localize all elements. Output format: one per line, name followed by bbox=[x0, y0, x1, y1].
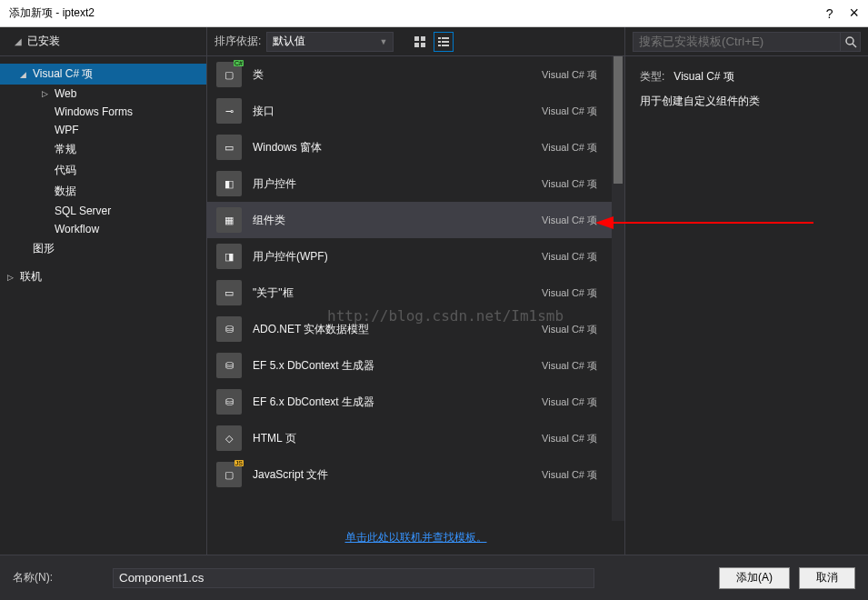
tree-item-label: 数据 bbox=[55, 184, 76, 199]
template-item[interactable]: ▭"关于"框Visual C# 项 bbox=[207, 275, 612, 311]
tree-item-web[interactable]: ▷Web bbox=[0, 85, 206, 103]
sidebar: ◢Visual C# 项▷WebWindows FormsWPF常规代码数据SQ… bbox=[0, 56, 207, 555]
cancel-button[interactable]: 取消 bbox=[799, 567, 855, 589]
template-item[interactable]: ◇HTML 页Visual C# 项 bbox=[207, 420, 612, 456]
template-item[interactable]: ⛁EF 6.x DbContext 生成器Visual C# 项 bbox=[207, 384, 612, 420]
template-item[interactable]: ▭Windows 窗体Visual C# 项 bbox=[207, 129, 612, 165]
template-item[interactable]: ◨用户控件(WPF)Visual C# 项 bbox=[207, 238, 612, 275]
template-name: 用户控件(WPF) bbox=[253, 249, 542, 265]
template-item[interactable]: ▦组件类Visual C# 项 bbox=[207, 202, 612, 238]
template-lang: Visual C# 项 bbox=[542, 68, 597, 82]
template-icon: ▢C# bbox=[216, 62, 242, 87]
template-item[interactable]: ⊸接口Visual C# 项 bbox=[207, 93, 612, 129]
template-item[interactable]: ⛁ADO.NET 实体数据模型Visual C# 项 bbox=[207, 311, 612, 347]
tree-item-label: Windows Forms bbox=[55, 105, 133, 118]
template-icon: ⛁ bbox=[216, 389, 242, 415]
template-item[interactable]: ▢C#类Visual C# 项 bbox=[207, 56, 612, 93]
template-name: JavaScript 文件 bbox=[253, 467, 542, 483]
svg-rect-1 bbox=[421, 36, 425, 41]
installed-tab-label: 已安装 bbox=[27, 34, 60, 49]
search-icon[interactable] bbox=[841, 32, 861, 52]
installed-tab[interactable]: ◢ 已安装 bbox=[0, 27, 207, 55]
tree-caret-icon: ▷ bbox=[7, 273, 16, 282]
tree-item-label: Visual C# 项 bbox=[33, 66, 93, 82]
sort-value: 默认值 bbox=[273, 34, 305, 49]
tree-item--[interactable]: 代码 bbox=[0, 160, 206, 181]
name-label: 名称(N): bbox=[13, 570, 104, 585]
online-templates-link[interactable]: 单击此处以联机并查找模板。 bbox=[345, 531, 487, 544]
tree-item--[interactable]: 图形 bbox=[0, 238, 206, 259]
tree-item-label: 联机 bbox=[20, 269, 42, 285]
tree-caret-icon: ▷ bbox=[42, 89, 51, 98]
scrollbar[interactable] bbox=[612, 56, 624, 521]
template-lang: Visual C# 项 bbox=[542, 141, 597, 155]
tree-item-label: Workflow bbox=[55, 223, 99, 235]
template-name: ADO.NET 实体数据模型 bbox=[253, 322, 542, 337]
help-button[interactable]: ? bbox=[826, 6, 833, 21]
template-icon: ▭ bbox=[216, 280, 242, 305]
tree-item-wpf[interactable]: WPF bbox=[0, 121, 206, 139]
svg-rect-3 bbox=[421, 43, 425, 47]
template-name: 组件类 bbox=[253, 213, 542, 228]
tree-item-label: 图形 bbox=[33, 241, 55, 256]
svg-line-11 bbox=[853, 44, 856, 47]
add-button[interactable]: 添加(A) bbox=[719, 567, 790, 589]
type-value: Visual C# 项 bbox=[673, 69, 733, 85]
tree-caret-icon: ◢ bbox=[20, 70, 29, 79]
tree-item-visual-c-[interactable]: ◢Visual C# 项 bbox=[0, 64, 206, 85]
template-name: 用户控件 bbox=[253, 176, 542, 192]
template-lang: Visual C# 项 bbox=[542, 177, 597, 191]
tree-item-windows-forms[interactable]: Windows Forms bbox=[0, 103, 206, 121]
view-list-button[interactable] bbox=[434, 32, 454, 52]
svg-rect-5 bbox=[442, 37, 449, 39]
window-title: 添加新项 - iptext2 bbox=[9, 5, 95, 21]
svg-rect-4 bbox=[438, 37, 441, 39]
type-label: 类型: bbox=[640, 69, 664, 85]
search-input[interactable] bbox=[633, 32, 841, 52]
svg-rect-0 bbox=[414, 36, 419, 41]
template-icon: ⛁ bbox=[216, 353, 242, 378]
tree-item-label: Web bbox=[55, 87, 76, 100]
template-lang: Visual C# 项 bbox=[542, 323, 597, 336]
template-item[interactable]: ◧用户控件Visual C# 项 bbox=[207, 165, 612, 202]
tree-item-label: 代码 bbox=[55, 163, 76, 178]
template-lang: Visual C# 项 bbox=[542, 432, 597, 445]
template-lang: Visual C# 项 bbox=[542, 286, 597, 300]
tree-item--[interactable]: 数据 bbox=[0, 181, 206, 202]
template-icon: ⊸ bbox=[216, 98, 242, 124]
template-icon: ▭ bbox=[216, 135, 242, 160]
template-name: "关于"框 bbox=[253, 285, 542, 301]
template-icon: ▦ bbox=[216, 207, 242, 233]
icon-badge: JS bbox=[234, 460, 244, 466]
tree-item-sql-server[interactable]: SQL Server bbox=[0, 202, 206, 220]
template-list: ▢C#类Visual C# 项⊸接口Visual C# 项▭Windows 窗体… bbox=[207, 56, 612, 521]
template-name: Windows 窗体 bbox=[253, 140, 542, 155]
svg-rect-7 bbox=[442, 41, 449, 43]
template-lang: Visual C# 项 bbox=[542, 468, 597, 482]
sort-select[interactable]: 默认值 ▼ bbox=[266, 32, 394, 52]
template-name: HTML 页 bbox=[253, 431, 542, 446]
template-name: 类 bbox=[253, 67, 542, 83]
template-lang: Visual C# 项 bbox=[542, 250, 597, 264]
template-name: 接口 bbox=[253, 104, 542, 119]
chevron-down-icon: ▼ bbox=[379, 37, 387, 46]
svg-rect-2 bbox=[414, 43, 419, 47]
svg-rect-8 bbox=[438, 45, 441, 46]
template-lang: Visual C# 项 bbox=[542, 395, 597, 409]
template-item[interactable]: ⛁EF 5.x DbContext 生成器Visual C# 项 bbox=[207, 347, 612, 384]
svg-rect-6 bbox=[438, 41, 441, 43]
tree-item--[interactable]: 常规 bbox=[0, 139, 206, 160]
template-lang: Visual C# 项 bbox=[542, 359, 597, 373]
template-icon: ◇ bbox=[216, 425, 242, 451]
scroll-thumb[interactable] bbox=[614, 56, 623, 184]
view-medium-icons-button[interactable] bbox=[410, 32, 430, 52]
close-button[interactable]: × bbox=[849, 4, 859, 23]
template-item[interactable]: ▢JSJavaScript 文件Visual C# 项 bbox=[207, 456, 612, 493]
description: 用于创建自定义组件的类 bbox=[640, 94, 760, 109]
svg-point-10 bbox=[846, 37, 853, 45]
icon-badge: C# bbox=[234, 60, 244, 66]
tree-item-workflow[interactable]: Workflow bbox=[0, 220, 206, 238]
tree-item--[interactable]: ▷联机 bbox=[0, 266, 206, 287]
details-panel: 类型: Visual C# 项 用于创建自定义组件的类 bbox=[625, 56, 868, 555]
name-input[interactable] bbox=[113, 568, 594, 588]
